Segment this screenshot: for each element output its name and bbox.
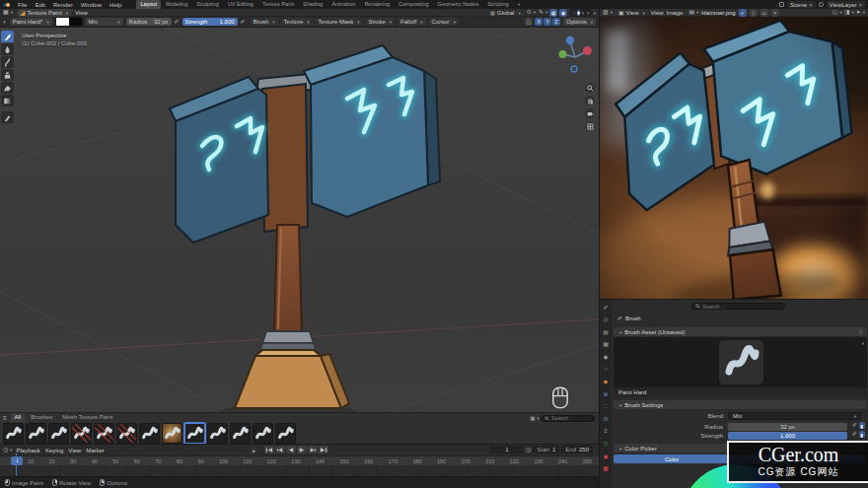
- mode-selector[interactable]: ◪Texture Paint: [17, 9, 71, 17]
- close-icon[interactable]: [809, 2, 813, 8]
- chevron-down-icon[interactable]: [592, 10, 596, 16]
- menubar-menu[interactable]: Render: [49, 2, 77, 8]
- brush-thumbnail[interactable]: [207, 423, 228, 444]
- brush-thumbnail[interactable]: [116, 423, 137, 444]
- popover-button[interactable]: Cursor: [429, 18, 459, 26]
- toggle-ortho-icon[interactable]: [585, 121, 595, 131]
- workspace-tab[interactable]: +: [514, 0, 525, 9]
- symmetry-icon[interactable]: ◫: [525, 18, 533, 26]
- workspace-tab[interactable]: Rendering: [361, 0, 394, 9]
- display-channels-icon[interactable]: ◱: [832, 9, 842, 16]
- smear-tool[interactable]: [1, 56, 14, 68]
- workspace-tab[interactable]: UV Editing: [224, 0, 257, 9]
- brush-thumbnail[interactable]: [184, 423, 205, 444]
- editor-type-icon[interactable]: ▦: [3, 9, 13, 16]
- soften-tool[interactable]: [1, 43, 14, 55]
- timeline-ruler[interactable]: 1020304050607080901001101201301401501601…: [0, 455, 599, 465]
- options-popover[interactable]: Options: [563, 18, 596, 26]
- camera-view-icon[interactable]: [585, 108, 595, 118]
- brush-thumbnail[interactable]: [275, 423, 296, 444]
- properties-tab[interactable]: ∴: [602, 402, 611, 410]
- overlay-icon[interactable]: ◨: [844, 9, 854, 16]
- menu-icon[interactable]: ≡: [3, 415, 7, 421]
- properties-tab[interactable]: ▩: [602, 464, 611, 472]
- properties-tab[interactable]: ◉: [602, 452, 611, 459]
- workspace-tab[interactable]: Shading: [299, 0, 326, 9]
- brush-preview-icon[interactable]: ◗: [3, 19, 7, 25]
- drag-handle-icon[interactable]: ⠿: [859, 328, 863, 335]
- popover-button[interactable]: Brush: [251, 18, 278, 26]
- frame-end-field[interactable]: End250: [561, 446, 593, 453]
- asset-shelf-tab[interactable]: All: [11, 413, 26, 422]
- close-icon[interactable]: [858, 2, 862, 8]
- brush-asset-section-header[interactable]: Brush Asset (Unsaved) ⠿: [614, 327, 867, 336]
- brush-settings-section-header[interactable]: Brush Settings: [614, 400, 867, 409]
- brush-thumbnail[interactable]: [48, 423, 69, 444]
- workspace-tab[interactable]: Scripting: [483, 0, 512, 9]
- menubar-menu[interactable]: Edit: [32, 2, 49, 8]
- browse-image-icon[interactable]: ▤: [688, 9, 698, 16]
- properties-tab[interactable]: ≡: [602, 427, 611, 435]
- prev-keyframe-button[interactable]: [275, 446, 285, 453]
- pressure-icon[interactable]: ✐: [852, 431, 857, 438]
- workspace-tab[interactable]: Sculpting: [192, 0, 223, 9]
- timeline-menu[interactable]: Marker: [86, 448, 105, 453]
- material-shading-icon[interactable]: ◐: [581, 10, 585, 16]
- gradient-mask-tool[interactable]: [1, 95, 14, 106]
- brush-asset-preview-panel[interactable]: [614, 337, 867, 387]
- wireframe-shading-icon[interactable]: ○: [572, 10, 576, 16]
- menubar-menu[interactable]: Help: [106, 2, 125, 8]
- proportional-edit-icon[interactable]: ◉: [559, 9, 567, 17]
- popover-button[interactable]: Texture Mask: [316, 18, 363, 26]
- workspace-tab[interactable]: Geometry Nodes: [434, 0, 483, 9]
- menubar-menu[interactable]: File: [14, 2, 32, 8]
- radius-slider[interactable]: 32 px: [728, 423, 847, 431]
- mirror-axis-toggle[interactable]: Y: [543, 18, 551, 26]
- brush-thumbnail[interactable]: [26, 423, 46, 444]
- image-editor-canvas[interactable]: [599, 17, 868, 299]
- brush-thumbnail[interactable]: [162, 423, 182, 444]
- clock-icon[interactable]: ◷: [526, 447, 531, 453]
- workspace-tab[interactable]: Modeling: [162, 0, 191, 9]
- properties-tab[interactable]: ✐: [602, 303, 611, 311]
- pointer-icon[interactable]: ➤: [856, 9, 865, 16]
- asset-shelf-tab[interactable]: Brushes: [27, 413, 56, 422]
- properties-tab[interactable]: ▤: [602, 327, 611, 335]
- view-menu[interactable]: View: [75, 10, 88, 16]
- fake-user-toggle[interactable]: ✓: [739, 9, 747, 17]
- pressure-icon[interactable]: ✐: [852, 422, 857, 429]
- shelf-search-input[interactable]: [551, 415, 591, 421]
- workspace-tab[interactable]: Layout: [136, 0, 161, 9]
- strength-pressure-icon[interactable]: ✐: [241, 19, 246, 25]
- current-frame-field[interactable]: 1: [490, 446, 524, 453]
- mirror-axis-toggle[interactable]: X: [535, 18, 542, 26]
- open-image-button[interactable]: ▭: [760, 9, 768, 17]
- properties-tab[interactable]: ⊕: [602, 389, 611, 397]
- blend-mode-dropdown[interactable]: Mix: [86, 18, 123, 26]
- snapping-toggle-icon[interactable]: ▦: [549, 9, 557, 17]
- popover-button[interactable]: Texture: [281, 18, 313, 26]
- rendered-shading-icon[interactable]: ◑: [586, 10, 590, 16]
- asset-shelf-tab[interactable]: Mesh Texture Paint: [58, 413, 116, 422]
- editor-type-icon[interactable]: ▨: [603, 9, 613, 16]
- properties-tab[interactable]: ◆: [602, 352, 611, 360]
- jump-to-start-button[interactable]: [264, 446, 274, 453]
- properties-tab[interactable]: ▦: [602, 340, 611, 348]
- annotate-tool[interactable]: [1, 111, 14, 123]
- play-reverse-button[interactable]: [286, 446, 296, 453]
- brush-thumbnail[interactable]: [139, 423, 160, 444]
- frame-start-field[interactable]: Start1: [533, 446, 559, 453]
- timeline-menu[interactable]: Playback: [17, 448, 40, 453]
- strength-slider[interactable]: 1.000: [728, 432, 847, 440]
- unified-radius-toggle[interactable]: ▮: [859, 422, 865, 429]
- brush-thumbnail[interactable]: [253, 423, 273, 444]
- brush-selector[interactable]: Paint Hard*: [10, 18, 52, 26]
- mirror-axis-toggle[interactable]: Z: [552, 18, 560, 26]
- workspace-tab[interactable]: Compositing: [395, 0, 433, 9]
- properties-tab[interactable]: ■: [602, 378, 611, 385]
- view-layer-selector[interactable]: ViewLayer: [827, 1, 865, 8]
- brush-thumbnail[interactable]: [3, 423, 24, 444]
- primary-color-swatch[interactable]: [56, 18, 69, 26]
- popover-button[interactable]: Falloff: [398, 18, 426, 26]
- properties-tab[interactable]: ◎: [602, 315, 611, 323]
